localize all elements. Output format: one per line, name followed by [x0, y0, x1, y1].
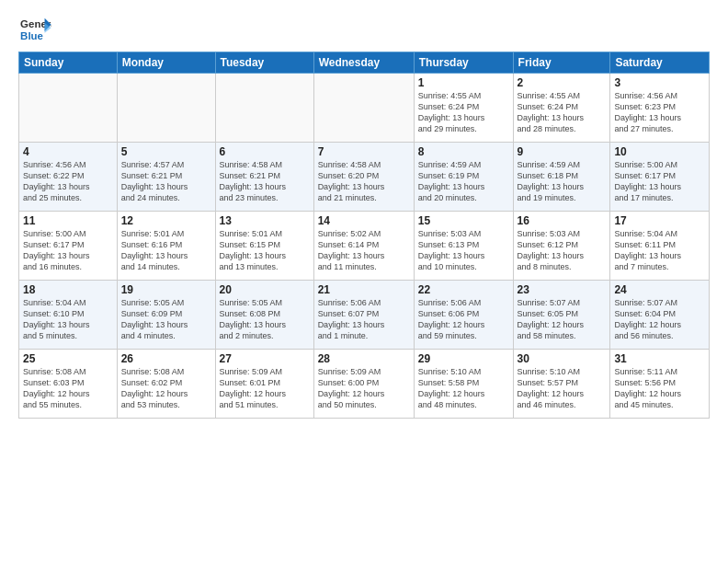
calendar-cell: [313, 74, 414, 143]
calendar-header-sunday: Sunday: [19, 52, 118, 74]
day-info: Sunrise: 4:58 AM Sunset: 6:20 PM Dayligh…: [318, 159, 410, 204]
calendar-cell: 31Sunrise: 5:11 AM Sunset: 5:56 PM Dayli…: [610, 350, 710, 419]
calendar-cell: 3Sunrise: 4:56 AM Sunset: 6:23 PM Daylig…: [610, 74, 710, 143]
day-number: 12: [121, 214, 211, 227]
day-number: 7: [318, 145, 410, 158]
calendar-cell: 15Sunrise: 5:03 AM Sunset: 6:13 PM Dayli…: [414, 212, 513, 281]
calendar-cell: 2Sunrise: 4:55 AM Sunset: 6:24 PM Daylig…: [513, 74, 610, 143]
calendar-header-monday: Monday: [117, 52, 215, 74]
calendar-cell: 24Sunrise: 5:07 AM Sunset: 6:04 PM Dayli…: [610, 281, 710, 350]
calendar-cell: [215, 74, 313, 143]
day-info: Sunrise: 4:55 AM Sunset: 6:24 PM Dayligh…: [418, 90, 509, 135]
day-number: 30: [518, 352, 607, 365]
day-number: 21: [318, 283, 410, 296]
day-number: 28: [318, 352, 410, 365]
calendar-header-saturday: Saturday: [610, 52, 710, 74]
day-number: 29: [418, 352, 509, 365]
day-info: Sunrise: 5:07 AM Sunset: 6:05 PM Dayligh…: [518, 297, 607, 342]
day-number: 1: [418, 76, 509, 89]
calendar-cell: 5Sunrise: 4:57 AM Sunset: 6:21 PM Daylig…: [117, 143, 215, 212]
calendar-cell: 1Sunrise: 4:55 AM Sunset: 6:24 PM Daylig…: [414, 74, 513, 143]
calendar-cell: 17Sunrise: 5:04 AM Sunset: 6:11 PM Dayli…: [610, 212, 710, 281]
calendar-cell: 25Sunrise: 5:08 AM Sunset: 6:03 PM Dayli…: [19, 350, 118, 419]
calendar-header-friday: Friday: [513, 52, 610, 74]
calendar-header-wednesday: Wednesday: [313, 52, 414, 74]
day-number: 11: [23, 214, 113, 227]
calendar-cell: 10Sunrise: 5:00 AM Sunset: 6:17 PM Dayli…: [610, 143, 710, 212]
logo-icon: General Blue: [18, 17, 51, 44]
day-number: 27: [220, 352, 310, 365]
calendar-cell: 22Sunrise: 5:06 AM Sunset: 6:06 PM Dayli…: [414, 281, 513, 350]
calendar-cell: 23Sunrise: 5:07 AM Sunset: 6:05 PM Dayli…: [513, 281, 610, 350]
calendar-cell: 26Sunrise: 5:08 AM Sunset: 6:02 PM Dayli…: [117, 350, 215, 419]
day-info: Sunrise: 5:09 AM Sunset: 6:00 PM Dayligh…: [318, 366, 410, 411]
calendar-cell: 30Sunrise: 5:10 AM Sunset: 5:57 PM Dayli…: [513, 350, 610, 419]
day-info: Sunrise: 4:56 AM Sunset: 6:23 PM Dayligh…: [614, 90, 705, 135]
day-number: 14: [318, 214, 410, 227]
day-number: 25: [23, 352, 113, 365]
calendar-week-row: 11Sunrise: 5:00 AM Sunset: 6:17 PM Dayli…: [19, 212, 710, 281]
day-info: Sunrise: 5:01 AM Sunset: 6:16 PM Dayligh…: [121, 228, 211, 273]
svg-text:Blue: Blue: [20, 30, 43, 41]
day-number: 31: [614, 352, 705, 365]
day-info: Sunrise: 5:06 AM Sunset: 6:06 PM Dayligh…: [418, 297, 509, 342]
calendar-cell: 12Sunrise: 5:01 AM Sunset: 6:16 PM Dayli…: [117, 212, 215, 281]
page-header: General Blue: [18, 17, 710, 44]
calendar-week-row: 4Sunrise: 4:56 AM Sunset: 6:22 PM Daylig…: [19, 143, 710, 212]
day-number: 5: [121, 145, 211, 158]
day-info: Sunrise: 5:06 AM Sunset: 6:07 PM Dayligh…: [318, 297, 410, 342]
day-number: 16: [518, 214, 607, 227]
day-number: 15: [418, 214, 509, 227]
calendar-cell: 6Sunrise: 4:58 AM Sunset: 6:21 PM Daylig…: [215, 143, 313, 212]
day-info: Sunrise: 5:08 AM Sunset: 6:03 PM Dayligh…: [23, 366, 113, 411]
calendar-cell: 14Sunrise: 5:02 AM Sunset: 6:14 PM Dayli…: [313, 212, 414, 281]
calendar-cell: 7Sunrise: 4:58 AM Sunset: 6:20 PM Daylig…: [313, 143, 414, 212]
day-number: 6: [220, 145, 310, 158]
calendar-cell: 19Sunrise: 5:05 AM Sunset: 6:09 PM Dayli…: [117, 281, 215, 350]
day-info: Sunrise: 5:09 AM Sunset: 6:01 PM Dayligh…: [220, 366, 310, 411]
day-info: Sunrise: 5:00 AM Sunset: 6:17 PM Dayligh…: [23, 228, 113, 273]
day-info: Sunrise: 5:05 AM Sunset: 6:08 PM Dayligh…: [220, 297, 310, 342]
day-info: Sunrise: 4:57 AM Sunset: 6:21 PM Dayligh…: [121, 159, 211, 204]
day-number: 19: [121, 283, 211, 296]
day-info: Sunrise: 4:59 AM Sunset: 6:19 PM Dayligh…: [418, 159, 509, 204]
calendar-cell: 9Sunrise: 4:59 AM Sunset: 6:18 PM Daylig…: [513, 143, 610, 212]
day-number: 13: [220, 214, 310, 227]
calendar-cell: [19, 74, 118, 143]
day-info: Sunrise: 5:01 AM Sunset: 6:15 PM Dayligh…: [220, 228, 310, 273]
logo: General Blue: [18, 17, 51, 44]
calendar-cell: 18Sunrise: 5:04 AM Sunset: 6:10 PM Dayli…: [19, 281, 118, 350]
day-info: Sunrise: 5:00 AM Sunset: 6:17 PM Dayligh…: [614, 159, 705, 204]
day-info: Sunrise: 4:58 AM Sunset: 6:21 PM Dayligh…: [220, 159, 310, 204]
day-number: 2: [518, 76, 607, 89]
day-info: Sunrise: 5:04 AM Sunset: 6:10 PM Dayligh…: [23, 297, 113, 342]
day-number: 26: [121, 352, 211, 365]
calendar-week-row: 25Sunrise: 5:08 AM Sunset: 6:03 PM Dayli…: [19, 350, 710, 419]
day-info: Sunrise: 5:03 AM Sunset: 6:13 PM Dayligh…: [418, 228, 509, 273]
calendar-table: SundayMondayTuesdayWednesdayThursdayFrid…: [18, 52, 710, 419]
calendar-week-row: 1Sunrise: 4:55 AM Sunset: 6:24 PM Daylig…: [19, 74, 710, 143]
calendar-cell: 28Sunrise: 5:09 AM Sunset: 6:00 PM Dayli…: [313, 350, 414, 419]
calendar-cell: 29Sunrise: 5:10 AM Sunset: 5:58 PM Dayli…: [414, 350, 513, 419]
day-info: Sunrise: 5:11 AM Sunset: 5:56 PM Dayligh…: [614, 366, 705, 411]
day-info: Sunrise: 5:07 AM Sunset: 6:04 PM Dayligh…: [614, 297, 705, 342]
calendar-cell: 11Sunrise: 5:00 AM Sunset: 6:17 PM Dayli…: [19, 212, 118, 281]
day-info: Sunrise: 4:55 AM Sunset: 6:24 PM Dayligh…: [518, 90, 607, 135]
calendar-cell: [117, 74, 215, 143]
calendar-cell: 21Sunrise: 5:06 AM Sunset: 6:07 PM Dayli…: [313, 281, 414, 350]
day-info: Sunrise: 5:04 AM Sunset: 6:11 PM Dayligh…: [614, 228, 705, 273]
day-number: 23: [518, 283, 607, 296]
calendar-header-thursday: Thursday: [414, 52, 513, 74]
day-number: 9: [518, 145, 607, 158]
calendar-header-tuesday: Tuesday: [215, 52, 313, 74]
day-number: 8: [418, 145, 509, 158]
day-number: 4: [23, 145, 113, 158]
calendar-cell: 13Sunrise: 5:01 AM Sunset: 6:15 PM Dayli…: [215, 212, 313, 281]
day-number: 10: [614, 145, 705, 158]
day-info: Sunrise: 5:02 AM Sunset: 6:14 PM Dayligh…: [318, 228, 410, 273]
day-info: Sunrise: 5:05 AM Sunset: 6:09 PM Dayligh…: [121, 297, 211, 342]
day-number: 18: [23, 283, 113, 296]
day-info: Sunrise: 5:10 AM Sunset: 5:58 PM Dayligh…: [418, 366, 509, 411]
calendar-cell: 8Sunrise: 4:59 AM Sunset: 6:19 PM Daylig…: [414, 143, 513, 212]
calendar-cell: 16Sunrise: 5:03 AM Sunset: 6:12 PM Dayli…: [513, 212, 610, 281]
